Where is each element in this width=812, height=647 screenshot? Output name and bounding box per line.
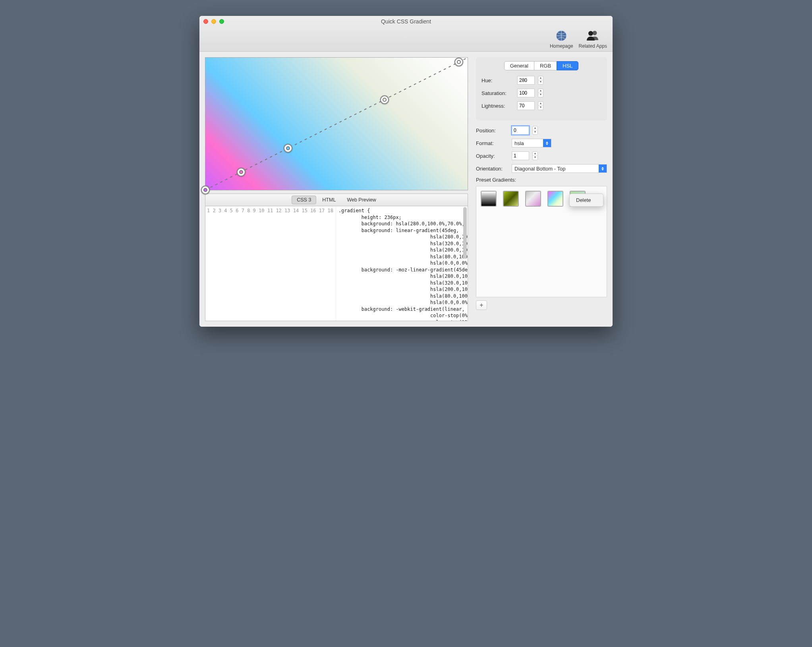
svg-point-3 xyxy=(593,31,597,35)
homepage-button[interactable]: Homepage xyxy=(550,29,573,49)
code-tabs: CSS 3HTMLWeb Preview xyxy=(205,194,468,206)
homepage-label: Homepage xyxy=(550,43,573,49)
saturation-input[interactable] xyxy=(517,89,535,97)
related-apps-button[interactable]: Related Apps xyxy=(579,29,607,49)
orientation-select[interactable]: Diagonal Bottom - Top xyxy=(512,164,607,173)
color-mode-segmented: GeneralRGBHSL xyxy=(481,61,601,70)
chevron-updown-icon xyxy=(599,165,607,172)
gradient-stop[interactable] xyxy=(237,168,246,176)
opacity-label: Opacity: xyxy=(476,153,508,159)
gradient-stop[interactable] xyxy=(201,186,210,194)
gradient-stop[interactable] xyxy=(380,95,389,104)
format-value: hsla xyxy=(514,140,524,146)
scrollbar[interactable] xyxy=(463,207,467,259)
people-icon xyxy=(579,29,607,42)
orientation-value: Diagonal Bottom - Top xyxy=(514,166,565,172)
code-tab-html[interactable]: HTML xyxy=(317,196,341,204)
gradient-stop[interactable] xyxy=(454,58,463,66)
presets-label: Preset Gradients: xyxy=(476,177,607,183)
format-select[interactable]: hsla xyxy=(512,139,551,147)
opacity-input[interactable] xyxy=(512,151,529,160)
plus-icon: + xyxy=(479,302,483,309)
position-input[interactable] xyxy=(512,126,529,135)
color-tab-rgb[interactable]: RGB xyxy=(534,61,557,70)
code-area: 1 2 3 4 5 6 7 8 9 10 11 12 13 14 15 16 1… xyxy=(205,206,468,321)
context-menu: Delete xyxy=(569,194,603,207)
code-tab-css-3[interactable]: CSS 3 xyxy=(292,196,316,204)
color-panel: GeneralRGBHSL Hue: ▲▼ Saturation: ▲▼ Lig… xyxy=(476,57,607,120)
gradient-stop[interactable] xyxy=(284,144,292,153)
position-stepper[interactable]: ▲▼ xyxy=(532,126,538,135)
saturation-label: Saturation: xyxy=(481,90,514,96)
code-gutter: 1 2 3 4 5 6 7 8 9 10 11 12 13 14 15 16 1… xyxy=(205,206,336,321)
color-tab-general[interactable]: General xyxy=(504,61,534,70)
related-apps-label: Related Apps xyxy=(579,43,607,49)
lightness-input[interactable] xyxy=(517,101,535,110)
opacity-stepper[interactable]: ▲▼ xyxy=(532,151,538,160)
add-preset-button[interactable]: + xyxy=(476,300,487,310)
color-tab-hsl[interactable]: HSL xyxy=(557,61,578,70)
code-tab-web-preview[interactable]: Web Preview xyxy=(342,196,381,204)
hue-stepper[interactable]: ▲▼ xyxy=(538,76,543,85)
code-text[interactable]: .gradient { height: 236px; background: h… xyxy=(336,206,468,321)
hue-label: Hue: xyxy=(481,77,514,83)
lightness-label: Lightness: xyxy=(481,103,514,109)
svg-point-2 xyxy=(588,31,593,36)
preset-swatch[interactable] xyxy=(548,191,563,206)
preset-swatch[interactable] xyxy=(526,191,541,206)
lightness-stepper[interactable]: ▲▼ xyxy=(538,101,543,110)
saturation-stepper[interactable]: ▲▼ xyxy=(538,89,543,97)
globe-icon xyxy=(550,29,573,42)
titlebar: Quick CSS Gradient Homepage Related Apps xyxy=(199,16,613,52)
app-window: Quick CSS Gradient Homepage Related Apps… xyxy=(199,16,613,327)
hue-input[interactable] xyxy=(517,76,535,85)
chevron-updown-icon xyxy=(543,139,551,147)
gradient-preview[interactable] xyxy=(205,57,468,190)
format-label: Format: xyxy=(476,140,508,146)
preset-swatch[interactable] xyxy=(481,191,496,206)
preset-swatch[interactable] xyxy=(503,191,518,206)
orientation-label: Orientation: xyxy=(476,166,508,172)
window-title: Quick CSS Gradient xyxy=(199,18,613,25)
position-label: Position: xyxy=(476,128,508,134)
preset-grid: Delete xyxy=(476,186,607,297)
context-menu-delete[interactable]: Delete xyxy=(571,196,601,204)
